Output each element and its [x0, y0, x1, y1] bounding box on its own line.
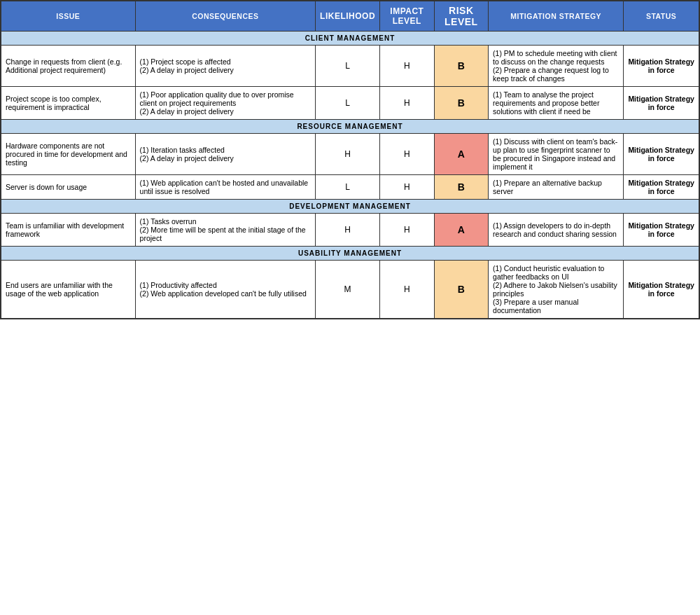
issue-cell: Hardware components are not procured in …	[1, 134, 135, 175]
risk-level-cell: B	[434, 261, 488, 319]
issue-cell: Team is unfamiliar with development fram…	[1, 214, 135, 247]
risk-level-cell: A	[434, 214, 488, 247]
likelihood-cell: H	[316, 134, 380, 175]
section-header-row: USABILITY MANAGEMENT	[1, 247, 699, 261]
mitigation-cell: (1) Conduct heuristic evaluation to gath…	[489, 261, 624, 319]
section-label: CLIENT MANAGEMENT	[1, 32, 699, 46]
likelihood-cell: L	[316, 87, 380, 120]
header-impact: IMPACT LEVEL	[380, 1, 435, 32]
impact-cell: H	[380, 134, 435, 175]
consequences-cell: (1) Project scope is affected (2) A dela…	[135, 46, 315, 87]
likelihood-cell: M	[316, 261, 380, 319]
issue-cell: Change in requests from client (e.g. Add…	[1, 46, 135, 87]
mitigation-cell: (1) Assign developers to do in-depth res…	[489, 214, 624, 247]
section-label: USABILITY MANAGEMENT	[1, 247, 699, 261]
header-status: STATUS	[624, 1, 699, 32]
consequences-cell: (1) Web application can't be hosted and …	[135, 175, 315, 200]
section-header-row: CLIENT MANAGEMENT	[1, 32, 699, 46]
header-consequences: CONSEQUENCES	[135, 1, 315, 32]
impact-cell: H	[380, 175, 435, 200]
impact-cell: H	[380, 261, 435, 319]
impact-cell: H	[380, 214, 435, 247]
impact-cell: H	[380, 87, 435, 120]
consequences-cell: (1) Iteration tasks affected (2) A delay…	[135, 134, 315, 175]
mitigation-cell: (1) Prepare an alternative backup server	[489, 175, 624, 200]
risk-level-cell: B	[434, 87, 488, 120]
risk-level-cell: B	[434, 46, 488, 87]
issue-cell: End users are unfamiliar with the usage …	[1, 261, 135, 319]
mitigation-cell: (1) Team to analyse the project requirem…	[489, 87, 624, 120]
status-cell: Mitigation Strategy in force	[624, 46, 699, 87]
risk-level-cell: A	[434, 134, 488, 175]
consequences-cell: (1) Productivity affected (2) Web applic…	[135, 261, 315, 319]
header-mitigation: MITIGATION STRATEGY	[489, 1, 624, 32]
table-header-row: ISSUE CONSEQUENCES LIKELIHOOD IMPACT LEV…	[1, 1, 699, 32]
mitigation-cell: (1) Discuss with client on team's back-u…	[489, 134, 624, 175]
status-cell: Mitigation Strategy in force	[624, 87, 699, 120]
table-row: Server is down for usage(1) Web applicat…	[1, 175, 699, 200]
likelihood-cell: L	[316, 46, 380, 87]
issue-cell: Server is down for usage	[1, 175, 135, 200]
header-issue: ISSUE	[1, 1, 135, 32]
section-label: DEVELOPMENT MANAGEMENT	[1, 200, 699, 214]
status-cell: Mitigation Strategy in force	[624, 134, 699, 175]
consequences-cell: (1) Tasks overrun (2) More time will be …	[135, 214, 315, 247]
likelihood-cell: H	[316, 214, 380, 247]
table-row: Change in requests from client (e.g. Add…	[1, 46, 699, 87]
table-row: Hardware components are not procured in …	[1, 134, 699, 175]
header-likelihood: LIKELIHOOD	[316, 1, 380, 32]
risk-level-cell: B	[434, 175, 488, 200]
table-row: Project scope is too complex, requiremen…	[1, 87, 699, 120]
consequences-cell: (1) Poor application quality due to over…	[135, 87, 315, 120]
section-header-row: RESOURCE MANAGEMENT	[1, 120, 699, 134]
table-row: End users are unfamiliar with the usage …	[1, 261, 699, 319]
status-cell: Mitigation Strategy in force	[624, 214, 699, 247]
impact-cell: H	[380, 46, 435, 87]
status-cell: Mitigation Strategy in force	[624, 261, 699, 319]
risk-register-table: ISSUE CONSEQUENCES LIKELIHOOD IMPACT LEV…	[0, 0, 700, 319]
issue-cell: Project scope is too complex, requiremen…	[1, 87, 135, 120]
likelihood-cell: L	[316, 175, 380, 200]
section-label: RESOURCE MANAGEMENT	[1, 120, 699, 134]
mitigation-cell: (1) PM to schedule meeting with client t…	[489, 46, 624, 87]
status-cell: Mitigation Strategy in force	[624, 175, 699, 200]
section-header-row: DEVELOPMENT MANAGEMENT	[1, 200, 699, 214]
table-row: Team is unfamiliar with development fram…	[1, 214, 699, 247]
header-risk: RISK LEVEL	[434, 1, 488, 32]
